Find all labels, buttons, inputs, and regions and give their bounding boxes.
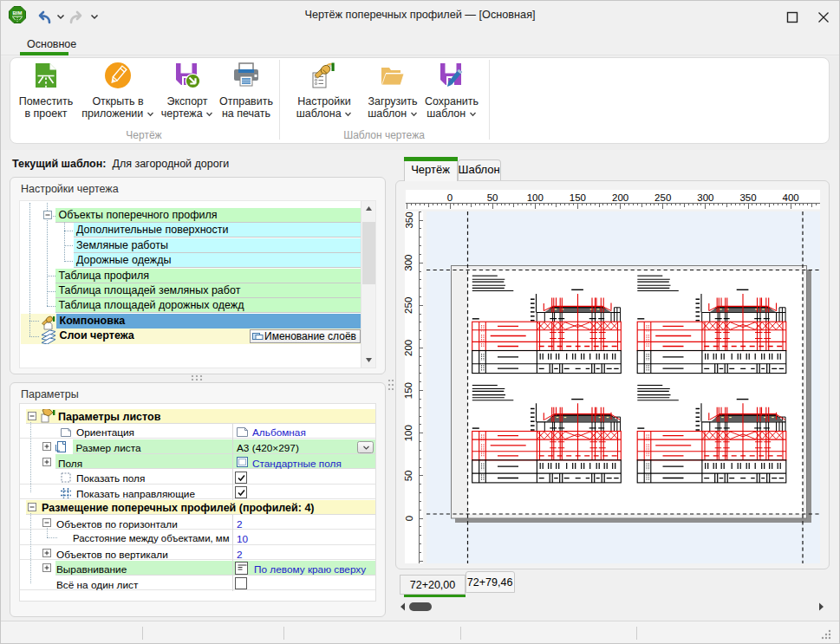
svg-text:50: 50 <box>404 471 414 482</box>
svg-text:100: 100 <box>404 425 414 441</box>
svg-text:100: 100 <box>527 192 544 203</box>
svg-text:300: 300 <box>404 255 414 271</box>
svg-text:250: 250 <box>404 297 414 314</box>
svg-text:200: 200 <box>612 192 628 203</box>
svg-text:0: 0 <box>447 192 453 203</box>
svg-text:150: 150 <box>570 192 586 203</box>
svg-text:300: 300 <box>697 192 713 203</box>
svg-text:150: 150 <box>404 382 414 399</box>
svg-text:50: 50 <box>487 192 498 203</box>
svg-text:250: 250 <box>654 192 671 203</box>
svg-text:200: 200 <box>404 340 414 356</box>
svg-text:350: 350 <box>404 211 414 228</box>
svg-text:400: 400 <box>783 192 799 203</box>
svg-text:350: 350 <box>739 192 756 203</box>
svg-text:0: 0 <box>404 516 414 521</box>
